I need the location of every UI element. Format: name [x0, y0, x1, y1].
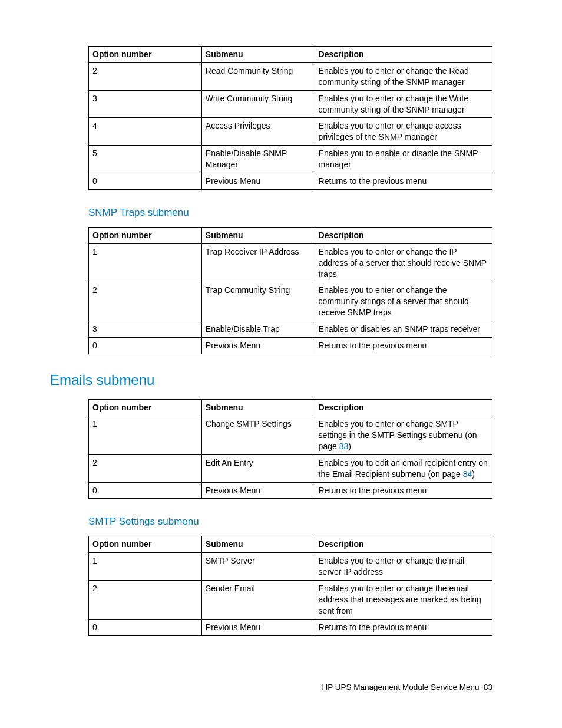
table-row: 0 Previous Menu Returns to the previous …	[89, 173, 492, 190]
cell-description: Enables you to enter or change the commu…	[315, 282, 492, 321]
cell-description: Enables you to edit an email recipient e…	[315, 454, 492, 482]
cell-option: 1	[89, 416, 202, 455]
cell-option: 1	[89, 243, 202, 282]
snmp-traps-table: Option number Submenu Description 1 Trap…	[88, 227, 492, 354]
cell-option: 0	[89, 337, 202, 354]
table-row: 1 Trap Receiver IP Address Enables you t…	[89, 243, 492, 282]
col-submenu: Submenu	[201, 227, 315, 243]
cell-description: Enables you to enter or change the Write…	[315, 90, 492, 118]
cell-option: 4	[89, 118, 202, 146]
page-footer: HP UPS Management Module Service Menu 83	[322, 682, 492, 693]
cell-option: 3	[89, 321, 202, 338]
cell-submenu: Enable/Disable SNMP Manager	[201, 146, 315, 173]
cell-description: Returns to the previous menu	[315, 619, 492, 635]
emails-table: Option number Submenu Description 1 Chan…	[88, 399, 492, 499]
cell-submenu: Previous Menu	[201, 482, 315, 499]
table-row: 2 Trap Community String Enables you to e…	[89, 282, 492, 321]
heading-snmp-traps: SNMP Traps submenu	[88, 206, 492, 220]
table-header-row: Option number Submenu Description	[89, 47, 492, 63]
cell-submenu: Access Privileges	[201, 118, 315, 146]
cell-submenu: Previous Menu	[201, 619, 315, 635]
col-description: Description	[315, 227, 492, 243]
table-header-row: Option number Submenu Description	[89, 400, 492, 416]
cell-description: Returns to the previous menu	[315, 173, 492, 190]
cell-submenu: SMTP Server	[201, 553, 315, 581]
cell-option: 1	[89, 553, 202, 581]
cell-option: 3	[89, 90, 202, 118]
desc-post: )	[348, 442, 351, 451]
cell-submenu: Previous Menu	[201, 173, 315, 190]
cell-description: Enables you to enter or change access pr…	[315, 118, 492, 146]
cell-submenu: Trap Receiver IP Address	[201, 243, 315, 282]
cell-option: 0	[89, 173, 202, 190]
table-header-row: Option number Submenu Description	[89, 536, 492, 553]
col-submenu: Submenu	[201, 400, 315, 416]
cell-submenu: Sender Email	[201, 581, 315, 620]
col-submenu: Submenu	[201, 47, 315, 63]
col-option: Option number	[89, 227, 202, 243]
cell-description: Enables you to enter or change SMTP sett…	[315, 416, 492, 455]
page-link[interactable]: 83	[339, 442, 349, 451]
cell-option: 0	[89, 619, 202, 635]
cell-option: 2	[89, 62, 202, 90]
cell-submenu: Previous Menu	[201, 337, 315, 354]
table-row: 4 Access Privileges Enables you to enter…	[89, 118, 492, 146]
table-row: 0 Previous Menu Returns to the previous …	[89, 619, 492, 635]
table-row: 0 Previous Menu Returns to the previous …	[89, 482, 492, 499]
cell-description: Enables you to enter or change the Read …	[315, 62, 492, 90]
cell-description: Enables or disables an SNMP traps receiv…	[315, 321, 492, 338]
cell-description: Enables you to enter or change the mail …	[315, 553, 492, 581]
cell-submenu: Write Community String	[201, 90, 315, 118]
cell-description: Enables you to enter or change the email…	[315, 581, 492, 620]
table-row: 1 Change SMTP Settings Enables you to en…	[89, 416, 492, 455]
cell-option: 5	[89, 146, 202, 173]
cell-submenu: Trap Community String	[201, 282, 315, 321]
cell-submenu: Read Community String	[201, 62, 315, 90]
table-row: 2 Read Community String Enables you to e…	[89, 62, 492, 90]
footer-text: HP UPS Management Module Service Menu	[322, 683, 480, 691]
footer-page: 83	[484, 683, 492, 691]
page-link[interactable]: 84	[463, 469, 472, 479]
cell-description: Returns to the previous menu	[315, 482, 492, 499]
page: Option number Submenu Description 2 Read…	[0, 0, 562, 728]
table-row: 2 Sender Email Enables you to enter or c…	[89, 581, 492, 620]
table-row: 5 Enable/Disable SNMP Manager Enables yo…	[89, 146, 492, 173]
smtp-settings-table: Option number Submenu Description 1 SMTP…	[88, 536, 492, 635]
heading-smtp: SMTP Settings submenu	[88, 515, 492, 529]
col-description: Description	[315, 400, 492, 416]
cell-option: 2	[89, 581, 202, 620]
cell-option: 2	[89, 454, 202, 482]
col-option: Option number	[89, 47, 202, 63]
table-row: 3 Enable/Disable Trap Enables or disable…	[89, 321, 492, 338]
cell-description: Enables you to enter or change the IP ad…	[315, 243, 492, 282]
col-option: Option number	[89, 536, 202, 553]
col-description: Description	[315, 536, 492, 553]
cell-description: Enables you to enable or disable the SNM…	[315, 146, 492, 173]
col-description: Description	[315, 47, 492, 63]
cell-option: 0	[89, 482, 202, 499]
desc-post: )	[472, 469, 475, 479]
col-submenu: Submenu	[201, 536, 315, 553]
desc-pre: Enables you to edit an email recipient e…	[319, 458, 488, 479]
table-header-row: Option number Submenu Description	[89, 227, 492, 243]
cell-option: 2	[89, 282, 202, 321]
cell-description: Returns to the previous menu	[315, 337, 492, 354]
cell-submenu: Edit An Entry	[201, 454, 315, 482]
heading-emails: Emails submenu	[50, 371, 492, 390]
cell-submenu: Enable/Disable Trap	[201, 321, 315, 338]
cell-submenu: Change SMTP Settings	[201, 416, 315, 455]
snmp-managers-table: Option number Submenu Description 2 Read…	[88, 46, 492, 190]
table-row: 2 Edit An Entry Enables you to edit an e…	[89, 454, 492, 482]
col-option: Option number	[89, 400, 202, 416]
table-row: 3 Write Community String Enables you to …	[89, 90, 492, 118]
table-row: 0 Previous Menu Returns to the previous …	[89, 337, 492, 354]
table-row: 1 SMTP Server Enables you to enter or ch…	[89, 553, 492, 581]
